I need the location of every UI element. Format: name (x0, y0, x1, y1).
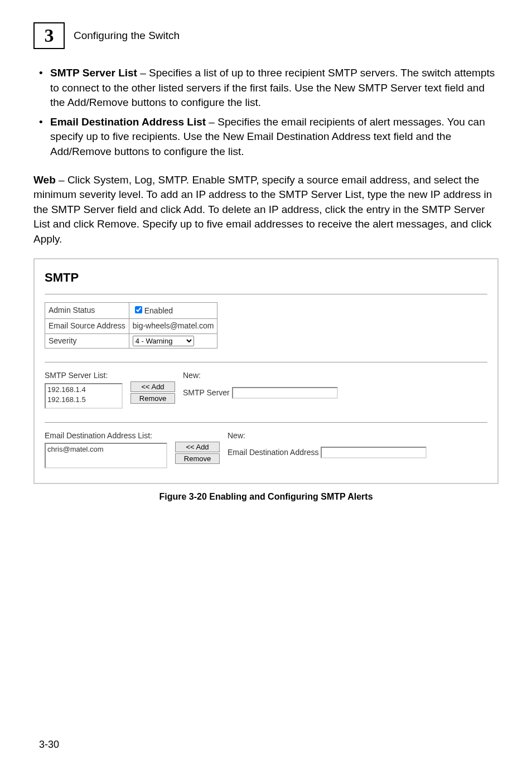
smtp-title: SMTP (45, 269, 487, 287)
smtp-config-table: Admin Status Enabled Email Source Addres… (45, 302, 217, 349)
email-remove-button[interactable]: Remove (175, 453, 220, 464)
email-source-label: Email Source Address (45, 318, 129, 333)
list-item: Email Destination Address List – Specifi… (33, 115, 499, 159)
divider (45, 294, 487, 294)
table-row: Email Source Address big-wheels@matel.co… (45, 318, 217, 333)
smtp-server-input[interactable] (232, 387, 338, 399)
smtp-remove-button[interactable]: Remove (130, 393, 175, 404)
web-paragraph: Web – Click System, Log, SMTP. Enable SM… (33, 173, 499, 247)
web-text: – Click System, Log, SMTP. Enable SMTP, … (33, 174, 492, 245)
chapter-title: Configuring the Switch (74, 28, 180, 43)
smtp-new-col: New: SMTP Server (183, 370, 338, 399)
severity-cell: 4 - Warning (129, 333, 217, 349)
smtp-screenshot: SMTP Admin Status Enabled Email Source A… (33, 258, 499, 485)
email-dest-listbox[interactable]: chris@matel.com (45, 443, 167, 468)
table-row: Severity 4 - Warning (45, 333, 217, 349)
email-dest-input-label: Email Destination Address (228, 448, 318, 457)
smtp-server-listbox[interactable]: 192.168.1.4 192.168.1.5 (45, 383, 123, 409)
divider (45, 362, 487, 362)
list-term: Email Destination Address List (50, 116, 206, 128)
smtp-server-list-label: SMTP Server List: (45, 370, 123, 381)
email-dest-input[interactable] (321, 447, 427, 458)
admin-status-checkbox[interactable] (135, 306, 142, 313)
divider (45, 422, 487, 423)
smtp-server-input-label: SMTP Server (183, 388, 230, 397)
list-item[interactable]: 192.168.1.5 (47, 395, 120, 405)
severity-label: Severity (45, 333, 129, 349)
smtp-server-section: SMTP Server List: 192.168.1.4 192.168.1.… (45, 370, 487, 409)
email-dest-list-label: Email Destination Address List: (45, 430, 167, 442)
list-item[interactable]: chris@matel.com (47, 444, 165, 454)
admin-status-label: Admin Status (45, 303, 129, 319)
email-dest-section: Email Destination Address List: chris@ma… (45, 430, 487, 469)
chapter-icon: 3 (33, 22, 65, 49)
list-item[interactable]: 192.168.1.4 (47, 385, 120, 395)
email-add-button[interactable]: << Add (175, 442, 220, 452)
figure-caption: Figure 3-20 Enabling and Configuring SMT… (33, 491, 499, 503)
severity-select[interactable]: 4 - Warning (133, 336, 194, 346)
email-dest-list-col: Email Destination Address List: chris@ma… (45, 430, 167, 469)
smtp-server-list-col: SMTP Server List: 192.168.1.4 192.168.1.… (45, 370, 123, 409)
feature-list: SMTP Server List – Specifies a list of u… (33, 66, 499, 159)
smtp-new-label: New: (183, 370, 338, 381)
admin-status-text: Enabled (144, 306, 173, 315)
email-source-cell: big-wheels@matel.com (129, 318, 217, 333)
list-term: SMTP Server List (50, 67, 137, 79)
email-dest-buttons: << Add Remove (175, 430, 220, 465)
admin-status-cell: Enabled (129, 303, 217, 319)
email-new-col: New: Email Destination Address (228, 430, 427, 459)
smtp-add-button[interactable]: << Add (130, 381, 175, 392)
list-item: SMTP Server List – Specifies a list of u… (33, 66, 499, 110)
chapter-number: 3 (45, 22, 54, 49)
email-new-label: New: (228, 430, 427, 442)
smtp-server-buttons: << Add Remove (130, 370, 175, 405)
web-lead: Web (33, 174, 56, 186)
table-row: Admin Status Enabled (45, 303, 217, 319)
email-source-value: big-wheels@matel.com (133, 321, 214, 330)
page-header: 3 Configuring the Switch (33, 22, 499, 49)
